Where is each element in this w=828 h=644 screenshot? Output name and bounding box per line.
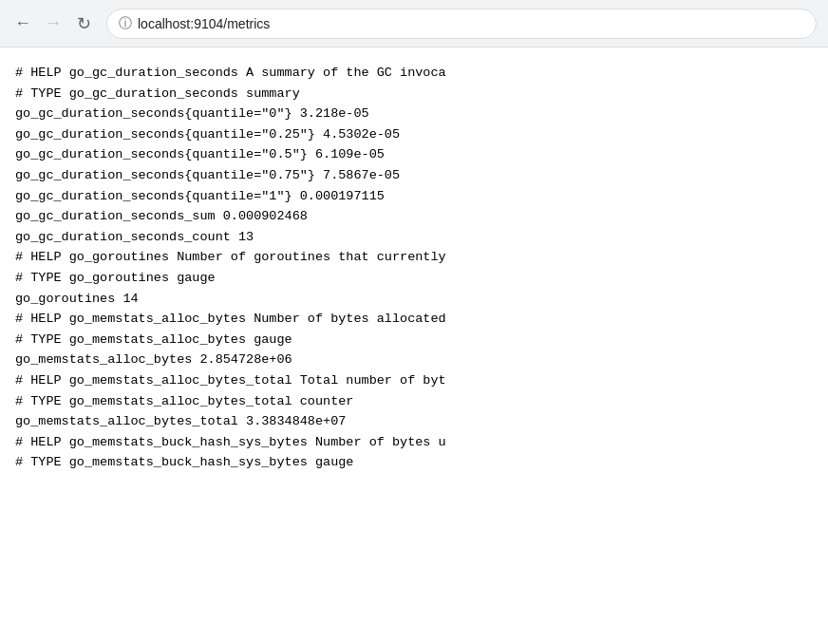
metrics-line: # TYPE go_memstats_alloc_bytes_total cou… [15,391,813,412]
info-icon: ⓘ [119,15,132,32]
metrics-line: go_gc_duration_seconds_count 13 [15,227,813,248]
content-area: # HELP go_gc_duration_seconds A summary … [0,47,828,644]
url-text: localhost:9104/metrics [138,16,270,31]
metrics-line: # TYPE go_goroutines gauge [15,268,813,289]
metrics-line: go_gc_duration_seconds_sum 0.000902468 [15,206,813,227]
metrics-line: # HELP go_gc_duration_seconds A summary … [15,63,813,84]
metrics-line: # TYPE go_memstats_alloc_bytes gauge [15,330,813,350]
metrics-line: go_memstats_alloc_bytes_total 3.3834848e… [15,411,813,432]
metrics-line: go_gc_duration_seconds{quantile="0.75"} … [15,165,813,186]
metrics-line: # HELP go_memstats_buck_hash_sys_bytes N… [15,432,813,453]
metrics-line: # HELP go_memstats_alloc_bytes Number of… [15,309,813,330]
refresh-button[interactable]: ↻ [72,12,95,35]
metrics-line: go_gc_duration_seconds{quantile="0"} 3.2… [15,104,813,124]
back-button[interactable]: ← [11,12,34,35]
metrics-line: # HELP go_memstats_alloc_bytes_total Tot… [15,370,813,391]
metrics-line: go_gc_duration_seconds{quantile="0.5"} 6… [15,144,813,165]
metrics-line: go_goroutines 14 [15,289,813,310]
metrics-line: # TYPE go_memstats_buck_hash_sys_bytes g… [15,452,813,473]
address-bar[interactable]: ⓘ localhost:9104/metrics [106,9,817,39]
metrics-line: go_gc_duration_seconds{quantile="1"} 0.0… [15,186,813,207]
forward-button[interactable]: → [42,12,65,35]
metrics-line: # HELP go_goroutines Number of goroutine… [15,247,813,268]
metrics-line: go_memstats_alloc_bytes 2.854728e+06 [15,350,813,370]
metrics-line: # TYPE go_gc_duration_seconds summary [15,84,813,104]
metrics-line: go_gc_duration_seconds{quantile="0.25"} … [15,124,813,145]
browser-chrome: ← → ↻ ⓘ localhost:9104/metrics [0,0,828,47]
nav-buttons: ← → ↻ [11,12,95,35]
